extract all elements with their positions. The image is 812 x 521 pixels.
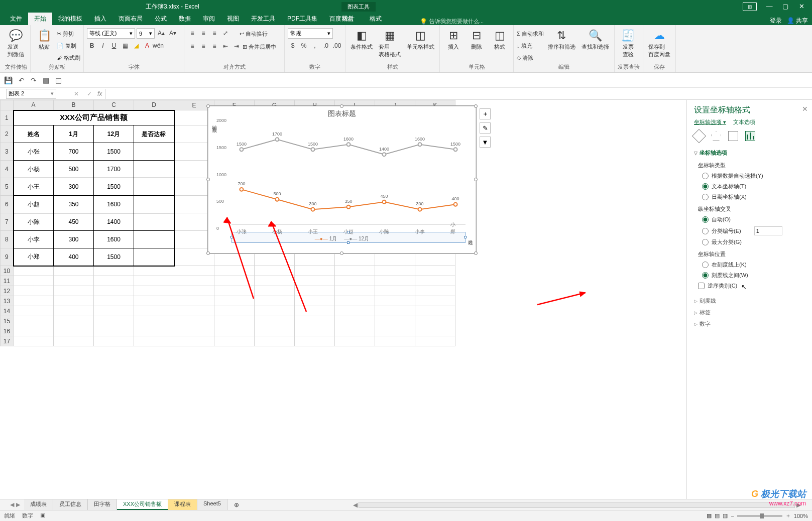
cell[interactable]: 500 [54,161,94,178]
grow-font-button[interactable]: A▴ [156,28,166,38]
cross-auto[interactable]: 自动(O) [694,214,805,225]
cell[interactable] [174,306,214,316]
cell[interactable] [335,316,375,326]
tell-me-icon[interactable]: 💡 [420,18,427,25]
row-header[interactable]: 12 [1,286,14,296]
qat-1-icon[interactable]: ▤ [43,76,49,84]
cell[interactable]: 450 [54,213,94,231]
sort-filter-button[interactable]: ⇅排序和筛选 [546,28,577,52]
send-to-wechat-button[interactable]: 💬发送 到微信 [5,28,26,59]
save-netdisk-button[interactable]: ☁保存到 百度网盘 [646,28,672,59]
cell[interactable] [415,276,455,286]
fill-color-button[interactable]: ◢ [131,41,141,51]
cell[interactable] [255,286,295,296]
cell[interactable] [214,326,255,336]
cell[interactable] [134,178,174,196]
underline-button[interactable]: U [109,41,119,51]
delete-cells-button[interactable]: ⊟删除 [466,28,487,52]
cell[interactable] [415,286,455,296]
cell[interactable] [295,266,335,276]
cell[interactable] [54,336,94,346]
sheet-nav-prev[interactable]: ◀ [10,501,14,508]
cell[interactable] [335,276,375,286]
cell[interactable] [335,326,375,336]
format-cells-button[interactable]: ◫格式 [489,28,510,52]
cell[interactable] [134,326,174,336]
indent-dec-button[interactable]: ⇤ [220,41,230,51]
sheet-tab[interactable]: 员工信息 [53,499,88,510]
row-header[interactable]: 11 [1,276,14,286]
cell[interactable] [14,296,54,306]
cell-styles-button[interactable]: ◫单元格样式 [405,28,436,52]
sheet-tab[interactable]: Sheet5 [197,499,227,510]
cell[interactable]: 小郑 [14,248,54,266]
cell[interactable] [295,276,335,286]
new-sheet-button[interactable]: ⊕ [231,500,242,510]
save-icon[interactable]: 💾 [4,76,13,84]
row-header[interactable]: 4 [1,161,14,178]
cell[interactable] [14,336,54,346]
bold-button[interactable]: B [87,41,97,51]
clear-button[interactable]: ◇ 清除 [517,52,544,63]
cell[interactable]: 小张 [14,143,54,161]
cell[interactable] [214,306,255,316]
cell[interactable] [54,286,94,296]
cell[interactable] [295,326,335,336]
sheet-nav-next[interactable]: ▶ [16,501,20,508]
tab-view[interactable]: 视图 [221,13,245,25]
cell[interactable] [335,266,375,276]
tab-layout[interactable]: 页面布局 [112,13,149,25]
cell[interactable] [255,266,295,276]
tab-design[interactable]: 设计 [335,13,362,25]
align-middle-button[interactable]: ≡ [198,28,208,38]
cell[interactable] [94,296,134,306]
italic-button[interactable]: I [98,41,108,51]
chart-filters-button[interactable]: ▼ [480,137,491,148]
reverse-categories-checkbox[interactable]: 逆序类别(C)↖ [694,281,805,291]
cell[interactable] [134,161,174,178]
paste-button[interactable]: 📋粘贴 [34,28,55,52]
cross-category-number[interactable]: 分类编号(E) [694,225,805,237]
indent-inc-button[interactable]: ⇥ [231,41,242,51]
cross-max[interactable]: 最大分类(G) [694,237,805,247]
cell[interactable] [134,276,174,286]
size-icon[interactable] [728,131,738,141]
cell[interactable] [94,326,134,336]
cell[interactable] [415,316,455,326]
view-break-icon[interactable]: ▥ [723,512,728,519]
cell[interactable] [255,336,295,346]
cell[interactable] [174,276,214,286]
chart-object[interactable]: ＋ ✎ ▼ 销售额 图表标题 7005003003504503004001500… [208,106,476,253]
tab-insert[interactable]: 插入 [88,13,112,25]
sheet-tab[interactable]: 课程表 [168,499,197,510]
fill-line-icon[interactable] [692,129,706,143]
cell[interactable] [375,286,415,296]
cell[interactable] [375,276,415,286]
category-axis-selection[interactable] [231,232,466,243]
invoice-check-button[interactable]: 🧾发票 查验 [618,28,639,59]
tab-pdf[interactable]: PDF工具集 [281,13,323,25]
cell[interactable] [174,286,214,296]
cell[interactable]: 350 [54,196,94,213]
cell[interactable] [295,286,335,296]
cell[interactable]: 300 [54,178,94,196]
autosum-button[interactable]: Σ 自动求和 [517,28,544,39]
row-header[interactable]: 16 [1,326,14,336]
name-box[interactable]: 图表 2▾ [6,89,56,99]
col-header[interactable]: A [14,100,54,110]
cell[interactable] [295,296,335,306]
axis-options-icon[interactable] [745,131,755,141]
tab-review[interactable]: 审阅 [197,13,221,25]
close-button[interactable]: ✕ [794,1,809,12]
col-header[interactable]: B [54,100,94,110]
cell[interactable]: 是否达标 [134,125,174,143]
cell[interactable] [375,316,415,326]
cell[interactable] [54,326,94,336]
cell[interactable] [214,316,255,326]
cell[interactable] [375,296,415,306]
zoom-in-button[interactable]: ＋ [785,512,791,519]
cell[interactable]: 小王 [14,178,54,196]
cell[interactable] [134,266,174,276]
chart-title[interactable]: 图表标题 [208,106,476,118]
align-center-button[interactable]: ≡ [198,41,208,51]
